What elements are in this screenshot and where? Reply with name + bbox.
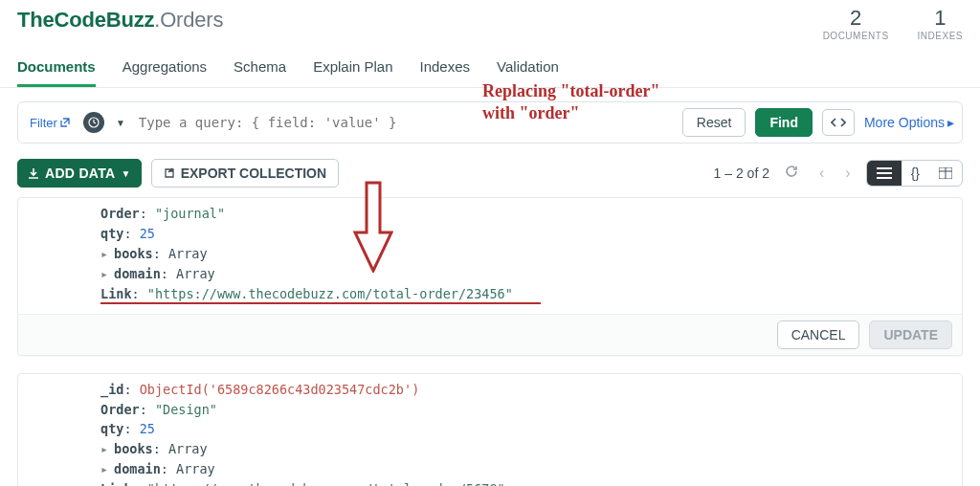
filter-label[interactable]: Filter: [26, 114, 74, 132]
prev-page-icon[interactable]: ‹: [813, 165, 830, 182]
history-icon[interactable]: [83, 112, 104, 133]
chevron-down-icon[interactable]: ▼: [116, 118, 125, 128]
view-mode-segment: {}: [866, 160, 963, 187]
document-card: _id: ObjectId('6589c8266c43d023547cdc2b'…: [17, 373, 963, 486]
link-field-value: "https://www.thecodebuzz.com/total-order…: [147, 481, 505, 486]
refresh-icon[interactable]: [779, 165, 804, 182]
reset-button[interactable]: Reset: [682, 108, 746, 137]
tab-schema[interactable]: Schema: [234, 58, 286, 87]
doc-count: 2: [823, 6, 889, 31]
code-icon: [831, 116, 846, 129]
expand-caret-icon[interactable]: ▸: [100, 264, 110, 284]
export-icon: [164, 167, 175, 179]
caret-down-icon: ▼: [121, 168, 130, 179]
index-count: 1: [918, 6, 963, 31]
next-page-icon[interactable]: ›: [839, 165, 856, 182]
cancel-button[interactable]: CANCEL: [777, 320, 860, 349]
tab-indexes[interactable]: Indexes: [420, 58, 471, 87]
download-icon: [28, 167, 39, 179]
update-button[interactable]: UPDATE: [869, 320, 952, 349]
expand-caret-icon[interactable]: ▸: [100, 244, 110, 264]
expand-caret-icon[interactable]: ▸: [100, 439, 110, 459]
page-status: 1 – 2 of 2: [714, 166, 769, 181]
add-data-button[interactable]: ADD DATA ▼: [17, 159, 142, 188]
view-table-icon[interactable]: [929, 161, 962, 186]
expand-caret-icon[interactable]: ▸: [100, 459, 110, 479]
tab-aggregations[interactable]: Aggregations: [122, 58, 207, 87]
collection-stats: 2 DOCUMENTS 1 INDEXES: [823, 6, 963, 41]
tab-documents[interactable]: Documents: [17, 58, 96, 87]
code-toggle-button[interactable]: [822, 109, 855, 136]
breadcrumb: TheCodeBuzz.Orders: [17, 8, 823, 33]
external-link-icon: [60, 118, 70, 127]
toolbar: ADD DATA ▼ EXPORT COLLECTION 1 – 2 of 2 …: [0, 144, 980, 197]
view-json-icon[interactable]: {}: [902, 161, 929, 186]
link-field-value: "https://www.thecodebuzz.com/total-order…: [147, 286, 513, 301]
chevron-right-icon: ▸: [947, 115, 954, 130]
view-list-icon[interactable]: [867, 161, 902, 186]
tab-explain-plan[interactable]: Explain Plan: [313, 58, 392, 87]
db-name[interactable]: TheCodeBuzz: [17, 8, 154, 32]
find-button[interactable]: Find: [755, 108, 813, 137]
export-collection-button[interactable]: EXPORT COLLECTION: [151, 159, 339, 188]
more-options-link[interactable]: More Options ▸: [864, 115, 954, 130]
annotation-text: Replacing "total-order" with "order": [482, 80, 659, 123]
document-card: Order: "journal" qty: 25 ▸books: Array ▸…: [17, 197, 963, 356]
coll-name[interactable]: Orders: [160, 8, 223, 32]
